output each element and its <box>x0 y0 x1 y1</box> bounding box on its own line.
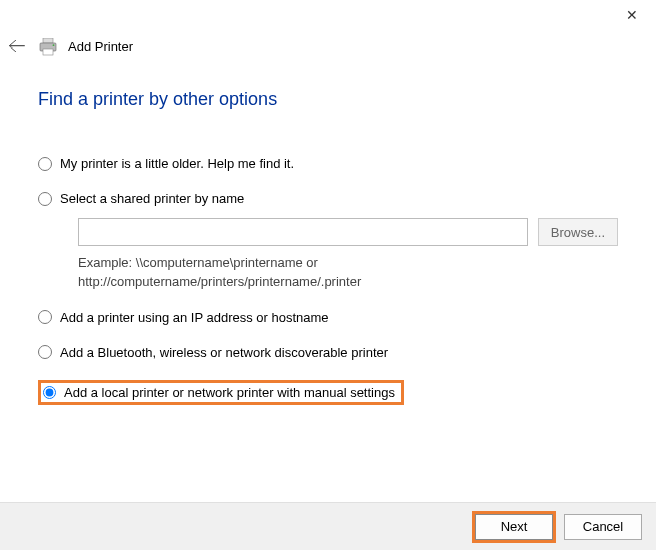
example-line: Example: \\computername\printername or <box>78 255 318 270</box>
option-bluetooth[interactable]: Add a Bluetooth, wireless or network dis… <box>38 345 618 360</box>
browse-button[interactable]: Browse... <box>538 218 618 246</box>
example-line: http://computername/printers/printername… <box>78 274 361 289</box>
wizard-title: Add Printer <box>68 39 133 54</box>
option-label: Add a Bluetooth, wireless or network dis… <box>60 345 388 360</box>
option-shared-printer[interactable]: Select a shared printer by name <box>38 191 618 206</box>
option-ip-address[interactable]: Add a printer using an IP address or hos… <box>38 310 618 325</box>
wizard-footer: Next Cancel <box>0 502 656 550</box>
option-label: Select a shared printer by name <box>60 191 244 206</box>
back-arrow-icon[interactable]: 🡠 <box>6 36 28 57</box>
page-heading: Find a printer by other options <box>38 89 618 110</box>
next-button[interactable]: Next <box>475 514 553 540</box>
radio-older[interactable] <box>38 157 52 171</box>
svg-point-3 <box>53 44 55 46</box>
option-label: Add a local printer or network printer w… <box>64 385 395 400</box>
radio-shared[interactable] <box>38 192 52 206</box>
option-older-printer[interactable]: My printer is a little older. Help me fi… <box>38 156 618 171</box>
example-text: Example: \\computername\printername or h… <box>78 254 618 292</box>
radio-ip[interactable] <box>38 310 52 324</box>
next-highlight: Next <box>472 511 556 543</box>
wizard-header: 🡠 Add Printer <box>0 30 656 67</box>
cancel-button[interactable]: Cancel <box>564 514 642 540</box>
shared-printer-input[interactable] <box>78 218 528 246</box>
option-label: My printer is a little older. Help me fi… <box>60 156 294 171</box>
radio-bluetooth[interactable] <box>38 345 52 359</box>
option-local-printer[interactable]: Add a local printer or network printer w… <box>38 380 404 405</box>
svg-rect-2 <box>43 49 53 55</box>
radio-local[interactable] <box>43 386 56 399</box>
close-icon[interactable]: ✕ <box>622 5 642 25</box>
printer-icon <box>38 38 58 56</box>
option-label: Add a printer using an IP address or hos… <box>60 310 329 325</box>
svg-rect-0 <box>43 38 53 43</box>
